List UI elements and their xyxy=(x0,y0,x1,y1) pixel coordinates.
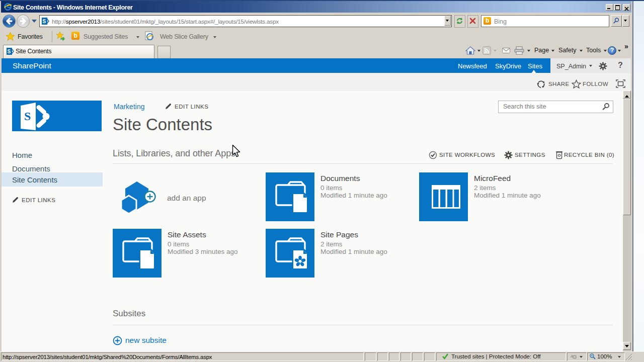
svg-text:S: S xyxy=(8,49,11,54)
svg-text:S: S xyxy=(43,19,46,24)
svg-text:S: S xyxy=(24,110,31,123)
